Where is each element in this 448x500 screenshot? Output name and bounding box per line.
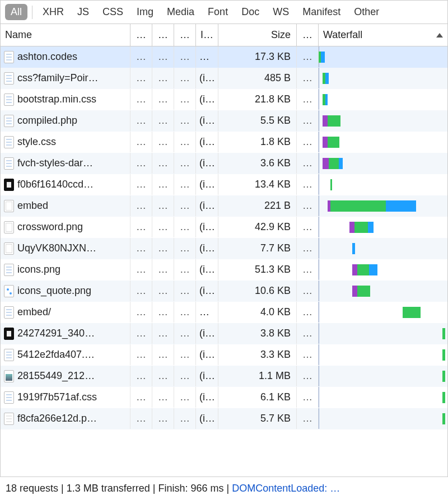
table-row[interactable]: icons.png………(i…51.3 KB… [1, 259, 447, 281]
table-row[interactable]: f8cfa266e12d.p…………(i…5.7 KB… [1, 408, 447, 429]
header-initiator[interactable]: I… [196, 24, 218, 46]
cell-size: 17.3 KB [218, 46, 297, 67]
filter-all[interactable]: All [5, 4, 27, 20]
table-row[interactable]: crossword.png………(i…42.9 KB… [1, 217, 447, 238]
cell-initiator: (i… [196, 110, 218, 131]
cell-narrow: … [174, 238, 196, 259]
file-icon [4, 349, 14, 361]
cell-size: 3.6 KB [218, 153, 297, 174]
cell-size: 5.7 KB [218, 408, 297, 429]
cell-name[interactable]: icons_quote.png [1, 281, 130, 301]
waterfall-segment [357, 264, 370, 275]
waterfall-segment [442, 413, 445, 424]
table-row[interactable]: UqyVK80NJXN…………(i…7.7 KB… [1, 238, 447, 259]
cell-name[interactable]: f8cfa266e12d.p… [1, 408, 130, 429]
cell-time: … [297, 259, 319, 280]
cell-name[interactable]: crossword.png [1, 217, 130, 237]
filter-ws[interactable]: WS [267, 4, 295, 20]
file-name-label: crossword.png [17, 221, 83, 233]
table-row[interactable]: style.css………(i…1.8 KB… [1, 132, 447, 153]
table-row[interactable]: 5412e2fda407.…………(i…3.3 KB… [1, 344, 447, 366]
filter-divider [32, 6, 32, 19]
cell-name[interactable]: fvch-styles-dar… [1, 153, 130, 174]
table-row[interactable]: fvch-styles-dar…………(i…3.6 KB… [1, 153, 447, 174]
cell-narrow: … [174, 132, 196, 152]
cell-narrow: … [174, 259, 196, 280]
header-size[interactable]: Size [218, 24, 297, 46]
filter-img[interactable]: Img [131, 4, 159, 20]
waterfall-segment [369, 264, 377, 275]
waterfall-segment [339, 158, 343, 169]
header-scheme[interactable]: … [174, 24, 196, 46]
waterfall-segment [330, 200, 386, 212]
table-row[interactable]: embed/…………4.0 KB… [1, 302, 447, 323]
filter-manifest[interactable]: Manifest [297, 4, 346, 20]
file-name-label: f0b6f16140ccd… [17, 179, 94, 190]
filter-js[interactable]: JS [72, 4, 95, 20]
header-name[interactable]: Name [1, 24, 130, 46]
cell-size: 51.3 KB [218, 259, 297, 280]
cell-narrow: … [152, 281, 174, 301]
table-row[interactable]: 24274291_340…………(i…3.8 KB… [1, 323, 447, 344]
cell-name[interactable]: 24274291_340… [1, 323, 130, 344]
table-row[interactable]: ashton.codes…………17.3 KB… [1, 46, 447, 68]
cell-name[interactable]: bootstrap.min.css [1, 89, 130, 110]
header-waterfall[interactable]: Waterfall [319, 24, 447, 46]
cell-name[interactable]: UqyVK80NJXN… [1, 238, 130, 259]
cell-name[interactable]: embed/ [1, 302, 130, 323]
cell-narrow: … [152, 217, 174, 237]
waterfall-segment [357, 286, 370, 297]
cell-narrow: … [174, 366, 196, 386]
summary-domcontentloaded[interactable]: DOMContentLoaded: … [232, 483, 340, 494]
cell-name[interactable]: 28155449_212… [1, 366, 130, 386]
waterfall-segment [352, 243, 355, 254]
cell-narrow: … [130, 46, 152, 67]
filter-css[interactable]: CSS [97, 4, 129, 20]
cell-name[interactable]: embed [1, 195, 130, 216]
table-row[interactable]: bootstrap.min.css………(i…21.8 KB… [1, 89, 447, 110]
cell-waterfall [319, 408, 447, 429]
filter-font[interactable]: Font [202, 4, 234, 20]
cell-time: … [297, 408, 319, 429]
cell-time: … [297, 366, 319, 386]
cell-waterfall [319, 281, 447, 301]
cell-size: 6.1 KB [218, 387, 297, 408]
cell-narrow: … [152, 302, 174, 323]
table-row[interactable]: compiled.php………(i…5.5 KB… [1, 110, 447, 132]
cell-name[interactable]: css?family=Poir… [1, 68, 130, 88]
table-row[interactable]: css?family=Poir…………(i…485 B… [1, 68, 447, 89]
cell-name[interactable]: f0b6f16140ccd… [1, 174, 130, 195]
cell-waterfall [319, 387, 447, 408]
waterfall-segment [323, 115, 328, 127]
table-row[interactable]: embed………(i…221 B… [1, 195, 447, 217]
cell-time: … [297, 174, 319, 195]
table-row[interactable]: f0b6f16140ccd…………(i…13.4 KB… [1, 174, 447, 195]
cell-name[interactable]: 1919f7b571af.css [1, 387, 130, 408]
filter-xhr[interactable]: XHR [37, 4, 69, 20]
waterfall-segment [442, 328, 445, 339]
file-icon [4, 200, 14, 212]
cell-name[interactable]: icons.png [1, 259, 130, 280]
waterfall-segment [325, 94, 328, 105]
cell-time: … [297, 89, 319, 110]
header-status[interactable]: … [130, 24, 152, 46]
cell-name[interactable]: compiled.php [1, 110, 130, 131]
filter-media[interactable]: Media [161, 4, 200, 20]
filter-other[interactable]: Other [348, 4, 385, 20]
table-row[interactable]: icons_quote.png………(i…10.6 KB… [1, 281, 447, 302]
header-type[interactable]: … [152, 24, 174, 46]
cell-narrow: … [152, 132, 174, 152]
table-row[interactable]: 1919f7b571af.css………(i…6.1 KB… [1, 387, 447, 408]
file-icon [4, 115, 14, 127]
cell-waterfall [319, 323, 447, 344]
cell-name[interactable]: ashton.codes [1, 46, 130, 67]
file-name-label: fvch-styles-dar… [17, 157, 93, 169]
table-header: Name … … … I… Size … Waterfall [1, 24, 447, 46]
table-row[interactable]: 28155449_212…………(i…1.1 MB… [1, 366, 447, 387]
waterfall-segment [328, 137, 340, 148]
header-time[interactable]: … [297, 24, 319, 46]
cell-name[interactable]: 5412e2fda407.… [1, 344, 130, 365]
cell-name[interactable]: style.css [1, 132, 130, 152]
cell-waterfall [319, 89, 447, 110]
filter-doc[interactable]: Doc [236, 4, 265, 20]
